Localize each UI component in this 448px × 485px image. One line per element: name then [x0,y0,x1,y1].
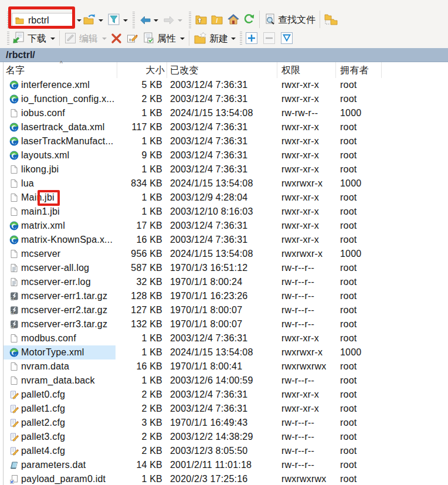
path-bar[interactable]: /rbctrl/ [0,48,448,62]
table-row[interactable]: Main.jbi 1 KB 2003/12/9 4:28:04 rwxr-xr-… [0,191,448,205]
properties-caret[interactable] [180,38,185,40]
properties-icon[interactable] [142,32,154,44]
edit-caret[interactable] [102,38,107,40]
table-row[interactable]: pallet4.cfg 2 KB 2003/12/3 8:05:50 rw-r-… [0,444,448,458]
new-icon[interactable] [194,32,207,45]
toolbar-grip[interactable] [240,32,242,46]
file-file-icon [9,376,19,385]
find-files-icon[interactable] [264,13,276,25]
svg-text:/: / [216,18,218,24]
column-header-changed[interactable]: 已改变 [167,62,277,78]
table-row[interactable]: nvram_data.back 1 KB 2003/12/6 14:00:59 … [0,374,448,388]
toolbar-grip[interactable] [133,12,135,28]
gz-file-icon: GZ [9,291,19,301]
file-size: 14 KB [117,458,162,472]
refresh-icon[interactable] [243,13,254,25]
file-file-icon [9,179,19,188]
root-directory-icon[interactable]: / [211,13,223,25]
table-row[interactable]: likong.jbi 1 KB 2003/12/4 7:36:31 rwxr-x… [0,162,448,177]
table-row[interactable]: lua 834 KB 2024/1/15 13:54:08 rwxrwxr-x … [0,177,448,191]
table-row[interactable]: payload_param0.idt 1 KB 2020/2/3 17:25:1… [0,472,448,485]
annotation-box-address [8,6,75,29]
table-row[interactable]: laserTrackManufact... 1 KB 2003/12/4 7:3… [0,134,448,148]
file-name: matrix-KnownSpa.x... [21,233,113,247]
file-name: mcserver-all.log [21,261,89,275]
synchronize-browsing-icon[interactable] [324,13,338,26]
add-icon[interactable] [246,32,257,44]
table-row[interactable]: parameters.dat 14 KB 2001/2/11 11:01:18 … [0,458,448,472]
rename-icon[interactable]: x [127,32,138,44]
file-changed: 2024/1/15 13:54:08 [170,345,277,359]
file-name: matrix.xml [21,219,65,233]
svg-text:GZ: GZ [11,311,15,314]
table-row[interactable]: interference.xml 5 KB 2003/12/4 7:36:31 … [0,78,448,92]
file-owner: root [340,162,381,177]
table-row[interactable]: nvram.data 16 KB 1970/1/1 8:00:41 rwxrwx… [0,359,448,374]
download-icon[interactable] [12,32,25,45]
table-row[interactable]: mcserver 956 KB 2024/1/15 13:54:08 rwxrw… [0,247,448,261]
file-size: 1 KB [117,162,162,177]
forward-history-caret[interactable] [178,19,182,22]
table-row[interactable]: mcserver-all.log 587 KB 1970/1/3 16:51:1… [0,261,448,275]
table-row[interactable]: GZmcserver-err2.tar.gz 127 KB 1970/1/1 8… [0,303,448,317]
table-header: 名字 ^ 大小 已改变 权限 拥有者 [0,62,448,78]
open-directory-caret[interactable] [99,19,103,22]
file-name: pallet0.cfg [21,388,65,402]
file-owner: 1000 [340,247,381,261]
column-header-owner[interactable]: 拥有者 [336,62,382,78]
forward-icon[interactable] [163,15,175,26]
column-header-size[interactable]: 大小 [117,62,167,78]
filter-caret[interactable] [123,19,128,22]
file-owner: root [340,402,381,416]
table-row[interactable]: pallet0.cfg 2 KB 2003/12/4 7:36:31 rwxr-… [0,388,448,402]
file-file-icon [9,334,19,343]
table-row[interactable]: pallet1.cfg 2 KB 2003/12/4 7:36:31 rwxr-… [0,402,448,416]
filter-icon[interactable] [108,13,120,25]
table-row[interactable]: main1.jbi 1 KB 2003/12/10 8:16:03 rwxr-x… [0,205,448,219]
toolbar-grip[interactable] [189,12,191,28]
table-row[interactable]: modbus.conf 1 KB 2003/12/4 7:36:31 rwxr-… [0,331,448,345]
table-row[interactable]: pallet2.cfg 3 KB 1970/1/1 16:49:43 rw-r-… [0,416,448,430]
home-directory-icon[interactable] [228,13,239,25]
table-row[interactable]: matrix-KnownSpa.x... 16 KB 2003/12/4 7:3… [0,233,448,247]
back-history-caret[interactable] [154,19,158,22]
remove-icon[interactable] [263,32,275,44]
file-file-icon [9,193,19,202]
edit-icon[interactable] [65,32,76,44]
back-icon[interactable] [140,15,151,26]
table-row[interactable]: matrix.xml 17 KB 2003/12/4 7:36:31 rwxr-… [0,219,448,233]
delete-icon[interactable] [110,32,123,45]
file-name: mcserver-err2.tar.gz [21,303,107,317]
open-directory-icon[interactable] [83,13,95,25]
table-row[interactable]: mcserver-err.log 32 KB 1970/1/1 8:00:24 … [0,275,448,289]
table-row[interactable]: pallet3.cfg 2 KB 2003/12/2 14:38:29 rw-r… [0,430,448,444]
table-row[interactable]: lasertrack_data.xml 117 KB 2003/12/4 7:3… [0,120,448,134]
table-row[interactable]: GZmcserver-err3.tar.gz 132 KB 1970/1/1 8… [0,317,448,331]
table-row[interactable]: MotorType.xml 1 KB 2024/1/15 13:54:08 rw… [0,345,448,359]
parent-directory-icon[interactable] [195,13,207,25]
file-size: 3 KB [117,416,162,430]
toolbar-grip[interactable] [7,32,9,46]
new-caret[interactable] [231,38,236,40]
file-rights: rwxr-xr-x [281,205,335,219]
column-header-rights[interactable]: 权限 [277,62,336,78]
file-file-icon [9,108,19,118]
find-files-label[interactable]: 查找文件 [278,14,315,26]
file-name: mcserver-err.log [21,275,91,289]
file-changed: 2003/12/4 7:36:31 [170,78,277,92]
new-label[interactable]: 新建 [209,33,228,45]
file-name: nvram_data.back [21,374,95,388]
table-row[interactable]: io_function_config.x... 2 KB 2003/12/4 7… [0,92,448,106]
table-row[interactable]: layouts.xml 9 KB 2003/12/4 7:36:31 rwxr-… [0,148,448,162]
address-dropdown-caret[interactable] [77,19,82,22]
filter-toggle-icon[interactable] [281,32,293,44]
download-caret[interactable] [50,38,55,40]
edit-label[interactable]: 编辑 [79,33,98,45]
download-label[interactable]: 下载 [28,33,46,45]
panel-left-edge [3,62,4,485]
table-row[interactable]: iobus.conf 1 KB 2024/1/15 13:54:08 rw-rw… [0,106,448,120]
table-row[interactable]: GZmcserver-err1.tar.gz 128 KB 1970/1/1 1… [0,289,448,303]
file-changed: 2003/12/2 14:38:29 [170,430,277,444]
properties-label[interactable]: 属性 [157,33,176,45]
file-size: 2 KB [117,402,162,416]
